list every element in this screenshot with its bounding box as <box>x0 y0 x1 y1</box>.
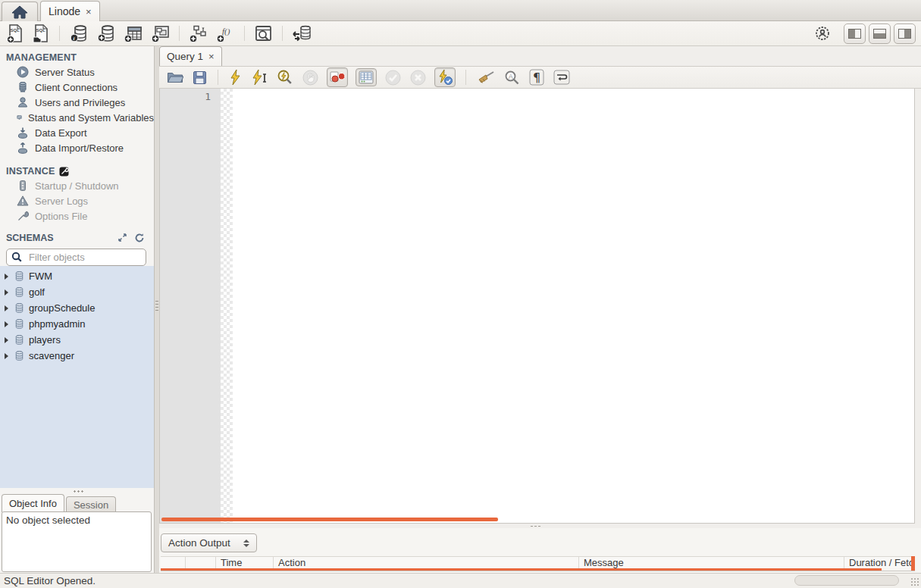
schema-row-golf[interactable]: golf <box>0 284 154 300</box>
schema-row-phpmyadmin[interactable]: phpmyadmin <box>0 316 154 332</box>
schema-row-scavenger[interactable]: scavenger <box>0 348 154 364</box>
open-sql-script-button[interactable]: SQL <box>31 23 52 45</box>
sidebar-item-options-file[interactable]: Options File <box>0 208 154 224</box>
find-icon: A <box>504 70 520 86</box>
toggle-stop-on-error-button[interactable] <box>327 67 348 87</box>
connection-tab-close-icon[interactable]: × <box>86 6 92 17</box>
commit-button[interactable] <box>384 69 402 86</box>
output-vscrollbar-thumb[interactable] <box>911 556 915 571</box>
query-tab-close-icon[interactable]: × <box>208 51 215 62</box>
sidebar-splitter-grip[interactable] <box>73 489 85 493</box>
clear-query-button[interactable] <box>476 69 496 86</box>
sidebar-divider[interactable] <box>154 46 159 573</box>
expander-icon[interactable] <box>5 353 8 359</box>
output-col-time[interactable]: Time <box>216 557 274 568</box>
execute-all-button[interactable] <box>228 68 243 86</box>
toggle-left-sidebar-button[interactable] <box>844 23 866 44</box>
window-resize-grip[interactable] <box>910 577 919 586</box>
output-col-action[interactable]: Action <box>274 557 579 568</box>
toggle-output-area-button[interactable] <box>869 23 891 44</box>
tab-object-info[interactable]: Object Info <box>2 494 64 512</box>
expand-schemas-icon[interactable] <box>117 233 127 242</box>
open-script-button[interactable] <box>166 70 184 85</box>
sidebar-item-startup-shutdown[interactable]: Startup / Shutdown <box>0 178 154 193</box>
search-table-data-button[interactable] <box>252 23 274 45</box>
refresh-schemas-icon[interactable] <box>134 233 145 243</box>
sidebar-item-system-variables[interactable]: Status and System Variables <box>0 110 154 125</box>
create-procedure-button[interactable] <box>187 23 209 45</box>
toggle-wrap-button[interactable] <box>553 69 571 86</box>
svg-text:f(): f() <box>222 27 230 36</box>
query-toolbar: A ¶ <box>159 66 921 89</box>
open-script-icon <box>167 70 183 84</box>
toolbar-separator <box>179 26 180 41</box>
sidebar-item-data-export[interactable]: Data Export <box>0 125 154 140</box>
new-query-tab-icon: SQL <box>6 23 25 44</box>
output-col-duration[interactable]: Duration / Fetch <box>844 557 915 568</box>
preferences-button[interactable] <box>813 24 832 42</box>
expander-icon[interactable] <box>5 305 8 311</box>
rollback-button[interactable] <box>409 69 427 86</box>
search-table-data-icon <box>253 23 274 44</box>
create-table-button[interactable] <box>122 23 144 45</box>
schema-row-players[interactable]: players <box>0 332 154 348</box>
explain-plan-button[interactable] <box>276 68 294 86</box>
toggle-invisibles-button[interactable]: ¶ <box>528 68 545 86</box>
sidebar-item-users-privileges[interactable]: Users and Privileges <box>0 95 154 110</box>
expander-icon[interactable] <box>5 289 8 296</box>
connection-tab[interactable]: Linode × <box>40 1 100 21</box>
divider-grip <box>155 301 158 311</box>
options-file-icon <box>17 210 29 222</box>
output-type-select[interactable]: Action Output <box>161 533 257 552</box>
tab-session[interactable]: Session <box>66 496 116 512</box>
output-hscrollbar-thumb[interactable] <box>794 575 899 586</box>
line-number-gutter: 1 <box>160 89 221 523</box>
sidebar-item-server-logs[interactable]: Server Logs <box>0 193 154 208</box>
new-query-tab-button[interactable]: SQL <box>5 23 26 45</box>
create-schema-button[interactable] <box>95 23 117 45</box>
output-col-blank1[interactable] <box>161 557 186 568</box>
editor-hscrollbar-thumb[interactable] <box>161 518 498 521</box>
toolbar-separator <box>218 70 218 85</box>
query-tab[interactable]: Query 1 × <box>159 46 222 66</box>
output-col-message[interactable]: Message <box>579 557 844 568</box>
execute-current-button[interactable] <box>251 68 268 86</box>
output-col-blank2[interactable] <box>186 557 216 568</box>
home-tab[interactable] <box>2 2 38 21</box>
toggle-right-sidebar-button[interactable] <box>894 23 916 44</box>
schemas-section-title: SCHEMAS <box>0 231 154 245</box>
server-status-icon <box>17 66 29 78</box>
create-view-button[interactable] <box>149 23 171 45</box>
toggle-output-area-icon <box>873 29 886 39</box>
toolbar-separator <box>465 70 466 85</box>
expander-icon[interactable] <box>5 274 8 280</box>
expander-icon[interactable] <box>5 321 8 327</box>
expander-icon[interactable] <box>5 337 8 343</box>
sql-code-editor[interactable]: 1 <box>159 89 915 524</box>
toggle-autocommit-button[interactable] <box>434 67 456 87</box>
create-function-button[interactable]: f() <box>215 23 237 45</box>
sidebar-item-client-connections[interactable]: Client Connections <box>0 80 154 95</box>
schema-row-fwm[interactable]: FWM <box>0 268 154 284</box>
create-function-icon: f() <box>215 23 236 44</box>
query-tab-label: Query 1 <box>167 51 203 62</box>
limit-rows-icon <box>358 70 374 85</box>
sidebar-item-server-status[interactable]: Server Status <box>0 64 154 80</box>
schema-filter[interactable] <box>6 249 146 266</box>
schema-row-groupschedule[interactable]: groupSchedule <box>0 300 154 316</box>
rollback-x-icon <box>410 70 426 86</box>
schema-filter-input[interactable] <box>27 251 141 264</box>
stop-hand-icon <box>302 70 318 86</box>
schema-db-icon <box>14 334 25 346</box>
pilcrow-icon: ¶ <box>529 69 544 86</box>
find-button[interactable]: A <box>503 69 521 86</box>
limit-rows-button[interactable] <box>356 68 377 86</box>
code-text-area[interactable] <box>233 89 914 523</box>
create-schema-icon <box>96 23 116 44</box>
stop-execution-button[interactable] <box>302 69 319 86</box>
sidebar-item-data-import[interactable]: Data Import/Restore <box>0 140 154 155</box>
reconnect-dbms-button[interactable] <box>290 23 313 45</box>
schema-inspector-button[interactable]: i <box>67 23 89 45</box>
save-script-button[interactable] <box>192 70 208 86</box>
stop-on-error-icon <box>329 69 346 86</box>
